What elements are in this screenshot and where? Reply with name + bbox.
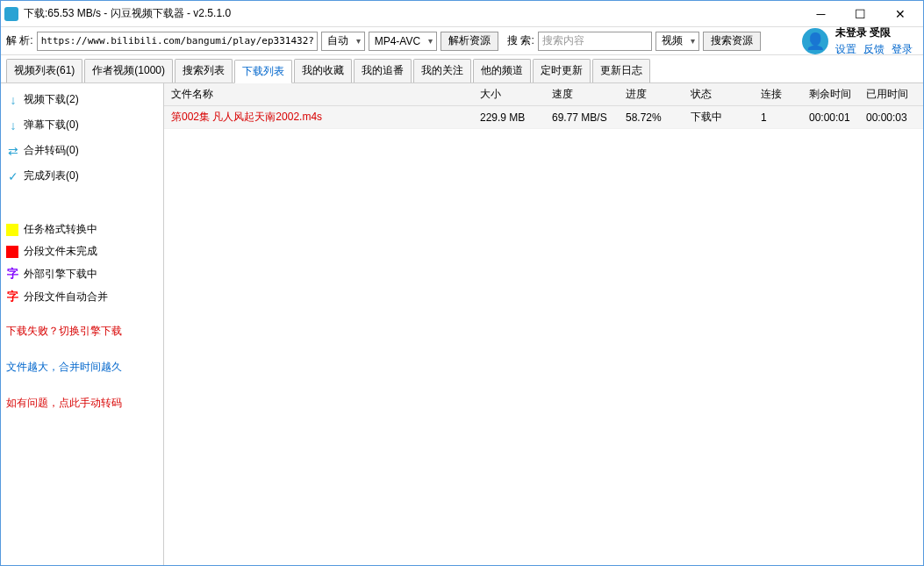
download-icon: ↓ [6,118,20,133]
maximize-button[interactable]: ☐ [841,2,880,26]
th-progress[interactable]: 进度 [619,87,684,102]
th-conn[interactable]: 连接 [754,87,802,102]
tab-download-list[interactable]: 下载列表 [234,60,292,83]
titlebar: 下载:65.53 MB/s - 闪豆视频下载器 - v2.5.1.0 ─ ☐ ✕ [1,1,923,27]
sidebar-link-manual-transcode[interactable]: 如有问题，点此手动转码 [4,392,160,414]
th-status[interactable]: 状态 [684,87,754,102]
swap-icon: ⇄ [6,144,20,158]
check-icon: ✓ [6,169,20,183]
parse-button[interactable]: 解析资源 [441,32,498,51]
user-status: 未登录 受限 [835,25,913,40]
minimize-button[interactable]: ─ [801,2,841,26]
td-name: 第002集 凡人风起天南2002.m4s [164,110,473,125]
table-header: 文件名称 大小 速度 进度 状态 连接 剩余时间 已用时间 [164,83,923,106]
parse-label: 解 析: [6,33,33,48]
td-progress: 58.72% [619,111,684,124]
toolbar: 解 析: 自动 MP4-AVC 解析资源 搜 索: 搜索内容 视频 搜索资源 👤… [1,27,923,55]
th-name[interactable]: 文件名称 [164,87,473,102]
feedback-link[interactable]: 反馈 [863,42,885,57]
td-conn: 1 [754,111,802,124]
char-icon: 字 [6,266,18,282]
tab-timed-update[interactable]: 定时更新 [533,59,591,82]
avatar[interactable]: 👤 [802,28,828,54]
sidebar: ↓ 视频下载(2) ↓ 弹幕下载(0) ⇄ 合并转码(0) ✓ 完成列表(0) … [1,83,164,565]
sidebar-link-merge-time[interactable]: 文件越大，合并时间越久 [4,356,160,378]
th-used[interactable]: 已用时间 [859,87,923,102]
legend-auto-merge: 字 分段文件自动合并 [4,287,160,306]
char-icon: 字 [6,289,18,304]
legend-external-engine: 字 外部引擎下载中 [4,264,160,283]
td-size: 229.9 MB [473,111,545,124]
login-link[interactable]: 登录 [892,42,913,57]
settings-link[interactable]: 设置 [835,42,856,57]
tab-changelog[interactable]: 更新日志 [592,59,650,82]
tab-my-follow[interactable]: 我的关注 [413,59,471,82]
tab-video-list[interactable]: 视频列表(61) [6,59,82,82]
search-label: 搜 索: [507,33,534,48]
td-status: 下载中 [684,110,754,125]
th-remain[interactable]: 剩余时间 [802,87,859,102]
search-input[interactable]: 搜索内容 [538,32,652,51]
td-speed: 69.77 MB/S [545,111,619,124]
sidebar-item-complete-list[interactable]: ✓ 完成列表(0) [4,165,160,187]
download-icon: ↓ [6,93,20,107]
legend-incomplete: 分段文件未完成 [4,242,160,261]
sidebar-item-danmu-download[interactable]: ↓ 弹幕下载(0) [4,114,160,136]
tab-my-favorites[interactable]: 我的收藏 [294,59,352,82]
tab-my-bangumi[interactable]: 我的追番 [354,59,412,82]
table-row[interactable]: 第002集 凡人风起天南2002.m4s 229.9 MB 69.77 MB/S… [164,106,923,129]
tab-search-list[interactable]: 搜索列表 [175,59,233,82]
yellow-box-icon [6,224,18,236]
format-select[interactable]: MP4-AVC [369,32,437,51]
th-speed[interactable]: 速度 [545,87,619,102]
sidebar-item-merge-transcode[interactable]: ⇄ 合并转码(0) [4,140,160,161]
search-type-select[interactable]: 视频 [655,32,699,51]
sidebar-item-video-download[interactable]: ↓ 视频下载(2) [4,89,160,111]
td-remain: 00:00:01 [802,111,859,124]
td-used: 00:00:03 [859,111,923,124]
tab-his-channel[interactable]: 他的频道 [473,59,531,82]
titlebar-text: 下载:65.53 MB/s - 闪豆视频下载器 - v2.5.1.0 [24,6,801,21]
tab-author-video[interactable]: 作者视频(1000) [84,59,173,82]
red-box-icon [6,246,18,258]
th-size[interactable]: 大小 [473,87,545,102]
legend-converting: 任务格式转换中 [4,220,160,239]
download-table: 文件名称 大小 速度 进度 状态 连接 剩余时间 已用时间 第002集 凡人风起… [164,83,923,565]
app-icon [4,7,18,21]
close-button[interactable]: ✕ [880,2,920,26]
tabs: 视频列表(61) 作者视频(1000) 搜索列表 下载列表 我的收藏 我的追番 … [1,55,923,83]
sidebar-link-switch-engine[interactable]: 下载失败？切换引擎下载 [4,320,160,342]
url-input[interactable] [37,32,318,51]
auto-select[interactable]: 自动 [321,32,365,51]
search-button[interactable]: 搜索资源 [703,32,761,51]
